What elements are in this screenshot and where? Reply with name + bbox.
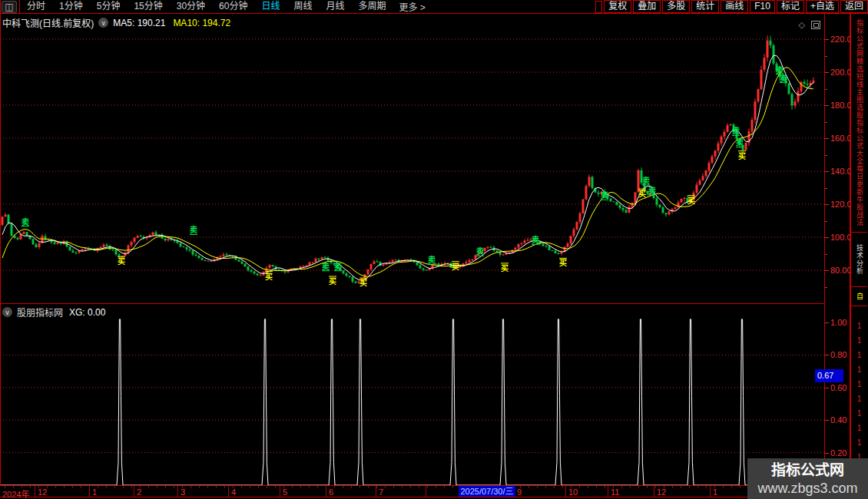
toolbar-button-画线[interactable]: 画线: [721, 0, 748, 13]
clipped-toolbar-button[interactable]: [595, 1, 602, 13]
date-label: 5: [283, 487, 287, 497]
right-edge-vertical-strip[interactable]: 指标公式网精选短线主图选股指标公式大全每日更新牛股战法技术分析自11111111…: [850, 14, 868, 497]
candle-body: [69, 246, 71, 250]
date-mini-tick: [190, 486, 191, 488]
candle-body: [11, 223, 13, 236]
candle-body: [813, 81, 815, 83]
period-tab-30分钟[interactable]: 30分钟: [170, 0, 212, 13]
axis-tick: [825, 270, 829, 271]
candle-body: [112, 250, 114, 250]
candle-body: [472, 259, 474, 260]
date-mini-tick: [393, 486, 394, 488]
candle-body: [186, 247, 188, 250]
axis-label: 120.0: [830, 200, 852, 209]
candle-body: [198, 256, 200, 258]
strip-section-1[interactable]: 指标公式网精选短线主图选股指标公式大全每日更新牛股战法: [851, 14, 867, 232]
toolbar-button-F10[interactable]: F10: [750, 0, 775, 13]
strip-section-3[interactable]: 自: [851, 286, 867, 306]
chart-corner-controls: ◇: [799, 20, 820, 30]
strip-section-4[interactable]: 1111111111: [851, 306, 867, 483]
panel-divider[interactable]: [0, 303, 850, 304]
period-tab-分时[interactable]: 分时: [20, 0, 52, 13]
sell-marker: 卖: [22, 217, 29, 226]
candle-body: [487, 247, 489, 248]
candle-body: [253, 272, 256, 274]
candle-body: [272, 265, 274, 266]
candle-body: [585, 186, 588, 199]
candle-body: [502, 255, 505, 256]
chevron-down-icon[interactable]: ∨: [98, 18, 108, 28]
candle-body: [422, 269, 425, 270]
axis-minor-tick: [825, 188, 827, 189]
axis-label: 80.00: [830, 266, 852, 275]
window-split-icon[interactable]: ◫: [2, 1, 17, 13]
watermark-name: 指标公式网: [771, 461, 844, 480]
date-mini-tick: [165, 486, 166, 488]
ma5-value: MA5: 190.21: [113, 18, 165, 28]
axis-tick: [825, 39, 829, 40]
candle-body: [321, 257, 323, 259]
date-mini-tick: [385, 486, 386, 488]
panes-icon[interactable]: [811, 21, 820, 29]
stock-title: 中科飞测(日线.前复权): [2, 16, 94, 29]
date-mini-tick: [368, 486, 369, 488]
candle-body: [137, 236, 139, 238]
axis-label: 100.0: [830, 233, 852, 242]
indicator-chart[interactable]: [0, 303, 824, 485]
candle-body: [745, 143, 747, 150]
candle-body: [109, 246, 111, 250]
period-tab-15分钟[interactable]: 15分钟: [127, 0, 169, 13]
date-mini-tick: [452, 486, 453, 488]
indicator-value: XG: 0.00: [69, 307, 105, 318]
more-periods-button[interactable]: 更多 >: [393, 0, 432, 13]
candle-body: [180, 243, 182, 246]
toolbar-button-叠加[interactable]: 叠加: [633, 0, 661, 13]
date-mini-tick: [681, 486, 681, 488]
period-tab-60分钟[interactable]: 60分钟: [212, 0, 254, 13]
candle-body: [469, 260, 471, 262]
axis-minor-tick: [825, 254, 827, 255]
chevron-down-icon[interactable]: ∨: [2, 307, 12, 317]
candle-body: [312, 262, 314, 263]
candle-body: [244, 264, 247, 267]
date-mini-tick: [596, 486, 597, 488]
axis-tick: [825, 204, 829, 205]
candle-body: [324, 257, 326, 258]
period-tab-多周期[interactable]: 多周期: [352, 0, 393, 13]
date-mini-tick: [359, 486, 360, 488]
axis-label: 0.80: [830, 350, 846, 359]
date-mini-tick: [292, 486, 293, 488]
candle-body: [724, 132, 726, 137]
candle-body: [496, 250, 499, 252]
period-tab-日线[interactable]: 日线: [254, 0, 287, 13]
strip-section-2[interactable]: 技术分析: [851, 232, 867, 286]
main-candlestick-chart[interactable]: 卖卖卖卖卖卖卖卖卖卖卖卖卖卖买买买买买买买买买买: [0, 14, 824, 303]
period-tab-5分钟[interactable]: 5分钟: [90, 0, 128, 13]
toolbar-button-多股[interactable]: 多股: [662, 0, 690, 13]
period-tab-周线[interactable]: 周线: [287, 0, 319, 13]
candle-body: [591, 177, 594, 187]
diamond-icon[interactable]: ◇: [799, 20, 805, 30]
toolbar-button-+自选[interactable]: +自选: [806, 0, 839, 13]
candle-body: [318, 259, 320, 259]
toolbar-button-统计[interactable]: 统计: [691, 0, 719, 13]
date-mini-tick: [258, 486, 259, 488]
axis-label: 200.0: [830, 68, 852, 77]
toolbar-button-标记[interactable]: 标记: [777, 0, 804, 13]
period-tab-1分钟[interactable]: 1分钟: [52, 0, 90, 13]
period-toolbar: ◫ 分时1分钟5分钟15分钟30分钟60分钟日线周线月线多周期 更多 > 复权叠…: [0, 0, 868, 14]
candle-body: [582, 200, 585, 213]
date-mini-tick: [444, 486, 445, 488]
candle-body: [343, 270, 345, 273]
axis-label: 0.60: [830, 383, 846, 392]
candle-body: [309, 263, 311, 266]
month-tick: [177, 486, 178, 497]
toolbar-button-复权[interactable]: 复权: [604, 0, 631, 13]
candle-body: [681, 199, 683, 203]
period-tab-月线[interactable]: 月线: [320, 0, 352, 13]
toolbar-button-返回[interactable]: 返回: [840, 0, 868, 13]
candle-body: [284, 271, 287, 272]
candle-body: [662, 207, 664, 213]
date-mini-tick: [148, 486, 149, 488]
month-tick: [228, 486, 229, 497]
